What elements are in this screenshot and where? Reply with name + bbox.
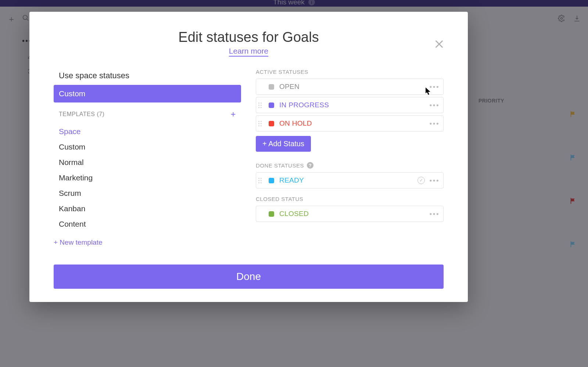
template-item-custom[interactable]: Custom: [59, 139, 236, 155]
drag-handle-icon: [258, 211, 265, 217]
add-template-icon[interactable]: +: [230, 109, 236, 119]
status-row-open[interactable]: OPEN●●●: [256, 79, 444, 95]
status-name-label: ON HOLD: [279, 119, 312, 127]
status-color-swatch[interactable]: [269, 121, 274, 126]
status-row-ready[interactable]: READY✓●●●: [256, 172, 444, 188]
statuses-panel: ACTIVE STATUSES OPEN●●●IN PROGRESS●●●ON …: [256, 69, 444, 247]
status-name-label: OPEN: [279, 83, 300, 91]
custom-option-selected[interactable]: Custom: [54, 85, 241, 102]
templates-header: TEMPLATES (7) +: [54, 106, 241, 122]
done-statuses-label: DONE STATUSES ?: [256, 162, 444, 169]
edit-statuses-modal: Edit statuses for Goals Learn more Use s…: [29, 12, 468, 302]
template-item-space[interactable]: Space: [59, 124, 236, 139]
templates-panel: Use space statuses Custom TEMPLATES (7) …: [54, 69, 241, 247]
template-item-scrum[interactable]: Scrum: [59, 186, 236, 201]
check-circle-icon[interactable]: ✓: [417, 177, 425, 184]
new-template-button[interactable]: + New template: [54, 233, 241, 247]
status-name-label: READY: [279, 176, 304, 184]
drag-handle-icon[interactable]: [258, 121, 265, 126]
status-name-label: IN PROGRESS: [279, 101, 329, 109]
more-options-icon[interactable]: ●●●: [429, 211, 440, 216]
status-row-in-progress[interactable]: IN PROGRESS●●●: [256, 97, 444, 113]
template-item-content[interactable]: Content: [59, 216, 236, 232]
help-icon[interactable]: ?: [307, 162, 313, 169]
modal-title: Edit statuses for Goals: [29, 29, 468, 45]
templates-header-label: TEMPLATES (7): [59, 111, 104, 118]
status-color-swatch[interactable]: [269, 211, 274, 217]
more-options-icon[interactable]: ●●●: [429, 178, 440, 183]
status-color-swatch[interactable]: [269, 84, 274, 90]
learn-more-link[interactable]: Learn more: [29, 47, 468, 55]
template-item-kanban[interactable]: Kanban: [59, 201, 236, 216]
status-color-swatch[interactable]: [269, 178, 274, 183]
drag-handle-icon[interactable]: [258, 102, 265, 108]
template-item-marketing[interactable]: Marketing: [59, 170, 236, 186]
status-color-swatch[interactable]: [269, 102, 274, 108]
status-row-closed[interactable]: CLOSED●●●: [256, 206, 444, 222]
more-options-icon[interactable]: ●●●: [429, 121, 440, 126]
more-options-icon[interactable]: ●●●: [429, 84, 440, 89]
add-status-button[interactable]: + Add Status: [256, 136, 311, 152]
use-space-statuses-option[interactable]: Use space statuses: [54, 69, 241, 83]
template-item-normal[interactable]: Normal: [59, 155, 236, 170]
active-statuses-label: ACTIVE STATUSES: [256, 69, 444, 75]
close-button[interactable]: [432, 37, 447, 51]
status-row-on-hold[interactable]: ON HOLD●●●: [256, 115, 444, 132]
status-name-label: CLOSED: [279, 210, 309, 218]
done-button[interactable]: Done: [54, 265, 444, 289]
closed-status-label: CLOSED STATUS: [256, 196, 444, 202]
drag-handle-icon: [258, 84, 265, 90]
drag-handle-icon[interactable]: [258, 178, 265, 183]
more-options-icon[interactable]: ●●●: [429, 102, 440, 108]
